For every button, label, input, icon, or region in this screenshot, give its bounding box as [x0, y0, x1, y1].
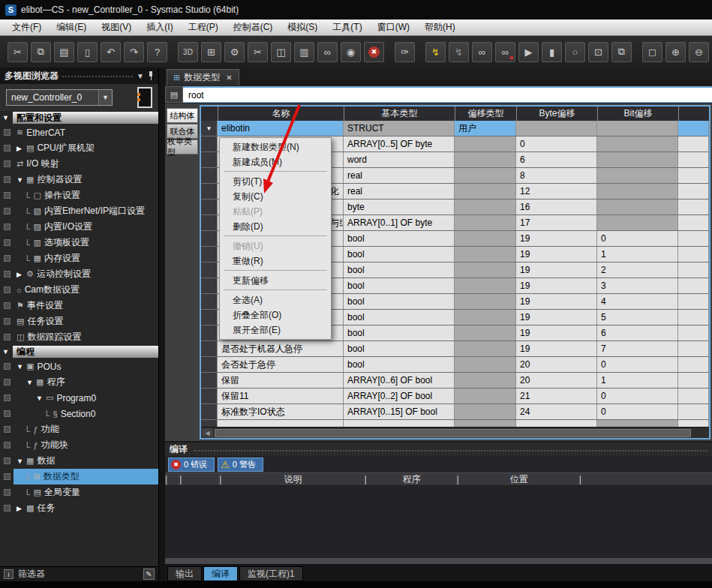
- sidebar-item-全局变量[interactable]: L▤全局变量: [0, 484, 158, 500]
- menu-item-1[interactable]: 文件(F): [5, 19, 49, 36]
- paste-icon[interactable]: ▤: [54, 42, 74, 62]
- delete-icon[interactable]: ▯: [77, 42, 98, 62]
- cell-offset-type[interactable]: [455, 341, 516, 356]
- cell-offset-type[interactable]: [455, 278, 516, 293]
- bottom-tab-编译[interactable]: 编译: [203, 566, 238, 581]
- panel-menu-chevron-icon[interactable]: ▼: [137, 72, 144, 80]
- cell-byte-offset[interactable]: 20: [516, 357, 597, 372]
- cell-base-type[interactable]: word: [344, 152, 455, 167]
- sidebar-item-数据跟踪设置[interactable]: ◫数据跟踪设置: [0, 329, 158, 345]
- context-menu-item-更新偏移[interactable]: 更新偏移: [220, 273, 331, 288]
- cell-offset-type[interactable]: [455, 310, 516, 325]
- context-menu-item-新建成员(M)[interactable]: 新建成员(M): [220, 154, 331, 170]
- cell-base-type[interactable]: real: [344, 168, 455, 183]
- bottom-tab-监视(工程)1[interactable]: 监视(工程)1: [239, 566, 303, 581]
- redo-icon[interactable]: ↷: [124, 42, 144, 62]
- cell-bit-offset[interactable]: 2: [597, 262, 678, 278]
- cell-offset-type[interactable]: [455, 247, 516, 262]
- tree-expander-icon[interactable]: ▶: [17, 145, 23, 152]
- cell-bit-offset[interactable]: [597, 420, 678, 427]
- cell-base-type[interactable]: ARRAY[0..2] OF bool: [344, 388, 455, 404]
- tree-expander-icon[interactable]: ▼: [17, 176, 23, 184]
- cell-base-type[interactable]: bool: [344, 278, 455, 293]
- cell-offset-type[interactable]: 用户: [455, 121, 516, 136]
- menu-item-8[interactable]: 工具(T): [325, 19, 369, 36]
- watch-stop-icon[interactable]: ∞✖: [495, 42, 515, 62]
- tree-expander-icon[interactable]: ▼: [17, 363, 23, 370]
- sidebar-item-内置I/O设置[interactable]: L▨内置I/O设置: [0, 219, 158, 235]
- cell-byte-offset[interactable]: 19: [516, 326, 597, 340]
- menu-item-3[interactable]: 视图(V): [94, 19, 139, 36]
- sync-icon[interactable]: ○: [565, 42, 585, 62]
- cell-offset-type[interactable]: [455, 152, 516, 167]
- horizontal-scrollbar[interactable]: ◀: [201, 427, 709, 438]
- cell-bit-offset[interactable]: [597, 136, 678, 152]
- sidebar-item-Program0[interactable]: ▼▭Program0: [0, 390, 158, 406]
- sidebar-item-操作设置[interactable]: L▢操作设置: [0, 188, 158, 203]
- cell-name[interactable]: 会否处于急停: [218, 357, 344, 372]
- sidebar-item-内置EtherNet/IP端口设置[interactable]: L▧内置EtherNet/IP端口设置: [0, 203, 158, 219]
- cell-offset-type[interactable]: [455, 262, 516, 278]
- cell-byte-offset[interactable]: 19: [516, 294, 597, 309]
- pin-icon[interactable]: [148, 71, 154, 80]
- menu-item-7[interactable]: 模拟(S): [280, 19, 325, 36]
- cell-base-type[interactable]: bool: [344, 247, 455, 262]
- cell-offset-type[interactable]: [455, 373, 516, 388]
- context-menu-item-折叠全部(O)[interactable]: 折叠全部(O): [220, 308, 331, 322]
- section-expander-icon[interactable]: ▼: [2, 114, 10, 122]
- window-layout-icon[interactable]: ⊞: [201, 42, 221, 62]
- cell-base-type[interactable]: byte: [344, 200, 455, 214]
- cell-bit-offset[interactable]: [597, 152, 678, 167]
- sidebar-item-功能[interactable]: Lƒ功能: [0, 422, 158, 437]
- row-expander-cell[interactable]: ▼: [201, 121, 218, 136]
- sidebar-item-Section0[interactable]: L§Section0: [0, 406, 158, 422]
- error-count-badge[interactable]: ✖ 0 错误: [168, 458, 215, 472]
- cell-offset-type[interactable]: [455, 357, 516, 372]
- sidebar-item-控制器设置[interactable]: ▼▦控制器设置: [0, 172, 158, 188]
- cell-name[interactable]: 保留: [218, 373, 344, 388]
- cell-base-type[interactable]: STRUCT: [344, 121, 455, 136]
- sidebar-item-运动控制设置[interactable]: ▶⚙运动控制设置: [0, 266, 158, 282]
- cell-byte-offset[interactable]: [516, 121, 597, 136]
- cut-icon[interactable]: ✂: [8, 42, 28, 62]
- context-menu-item-全选(A)[interactable]: 全选(A): [220, 292, 331, 308]
- cell-bit-offset[interactable]: [597, 121, 678, 136]
- undo-icon[interactable]: ↶: [101, 42, 121, 62]
- tree-section-1[interactable]: ▼配置和设置: [0, 111, 158, 124]
- cell-name[interactable]: 保留11: [218, 388, 344, 404]
- sidebar-item-EtherCAT[interactable]: ≋EtherCAT: [0, 124, 158, 140]
- search-window-icon[interactable]: ◫: [271, 42, 291, 62]
- cell-byte-offset[interactable]: 21: [516, 388, 597, 404]
- filter-edit-icon[interactable]: ✎: [143, 568, 155, 580]
- watch-table-icon[interactable]: ∞: [317, 42, 338, 62]
- cell-offset-type[interactable]: [455, 404, 516, 419]
- zoom-in-icon[interactable]: ⊕: [665, 42, 686, 62]
- program-mode-icon[interactable]: ▮: [542, 42, 562, 62]
- menu-item-5[interactable]: 工程(P): [181, 19, 226, 36]
- cell-bit-offset[interactable]: 0: [597, 357, 678, 372]
- cell-name[interactable]: elibotin: [218, 121, 344, 136]
- tree-section-2[interactable]: ▼编程: [0, 345, 158, 358]
- variable-split-icon[interactable]: ✂: [248, 42, 268, 62]
- tree-expander-icon[interactable]: ▼: [17, 458, 23, 465]
- go-offline-icon[interactable]: ↯: [449, 42, 469, 62]
- cell-byte-offset[interactable]: 19: [516, 247, 597, 262]
- cell-byte-offset[interactable]: 19: [516, 341, 597, 356]
- edit-mode-icon[interactable]: ✑: [395, 42, 415, 62]
- menu-item-4[interactable]: 插入(I): [139, 19, 180, 36]
- cell-base-type[interactable]: ARRAY[0..15] OF bool: [344, 404, 455, 419]
- transfer-to-controller-icon[interactable]: ⊡: [588, 42, 608, 62]
- cell-byte-offset[interactable]: 16: [516, 200, 597, 214]
- tree-expander-icon[interactable]: ▶: [17, 505, 23, 512]
- warning-count-badge[interactable]: ⚠ 0 警告: [218, 458, 263, 472]
- controller-select[interactable]: new_Controller_0 ▼: [6, 89, 113, 106]
- tree-expander-icon[interactable]: ▼: [36, 394, 43, 402]
- cell-byte-offset[interactable]: 12: [516, 184, 597, 199]
- sidebar-item-功能块[interactable]: Lƒ功能块: [0, 437, 158, 453]
- menu-item-10[interactable]: 帮助(H): [417, 19, 463, 36]
- context-menu-item-重做(R)[interactable]: 重做(R): [220, 254, 331, 268]
- error-list-icon[interactable]: ✖: [364, 42, 384, 62]
- help-icon[interactable]: ?: [147, 42, 167, 62]
- transfer-from-controller-icon[interactable]: ⧉: [611, 42, 632, 62]
- cell-offset-type[interactable]: [455, 200, 516, 214]
